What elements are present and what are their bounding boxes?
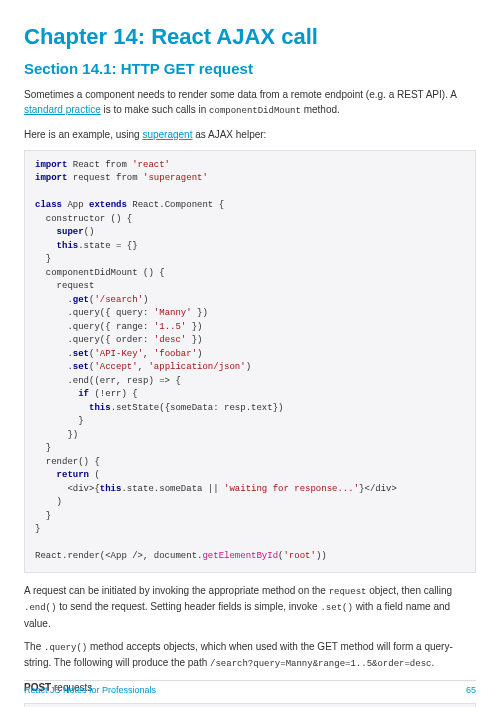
section-title: Section 14.1: HTTP GET request bbox=[24, 60, 476, 77]
text: method. bbox=[301, 104, 340, 115]
paragraph-4: The .query() method accepts objects, whi… bbox=[24, 639, 476, 672]
text: Here is an example, using bbox=[24, 129, 142, 140]
inline-code: .end() bbox=[24, 603, 56, 613]
paragraph-3: A request can be initiated by invoking t… bbox=[24, 583, 476, 631]
inline-code: request bbox=[329, 587, 367, 597]
chapter-title: Chapter 14: React AJAX call bbox=[24, 24, 476, 50]
inline-code: .query() bbox=[44, 643, 87, 653]
text: is to make such calls in bbox=[101, 104, 209, 115]
text: . bbox=[431, 657, 434, 668]
text: object, then calling bbox=[366, 585, 452, 596]
code-block-2: request.post('/user') .set('Content-Type… bbox=[24, 703, 476, 708]
page-number: 65 bbox=[466, 685, 476, 695]
text: The bbox=[24, 641, 44, 652]
paragraph-1: Sometimes a component needs to render so… bbox=[24, 87, 476, 119]
inline-code: componentDidMount bbox=[209, 106, 301, 116]
text: to send the request. Setting header fiel… bbox=[56, 601, 320, 612]
text: as AJAX helper: bbox=[192, 129, 266, 140]
text: A request can be initiated by invoking t… bbox=[24, 585, 329, 596]
text: Sometimes a component needs to render so… bbox=[24, 89, 456, 100]
link-superagent[interactable]: superagent bbox=[142, 129, 192, 140]
inline-code: .set() bbox=[320, 603, 352, 613]
footer-text: React JS Notes for Professionals bbox=[24, 685, 156, 695]
inline-path: /search?query=Manny&range=1..5&order=des… bbox=[210, 659, 431, 669]
code-block-1: import React from 'react' import request… bbox=[24, 150, 476, 573]
page-footer: React JS Notes for Professionals 65 bbox=[24, 680, 476, 695]
link-standard-practice[interactable]: standard practice bbox=[24, 104, 101, 115]
paragraph-2: Here is an example, using superagent as … bbox=[24, 127, 476, 142]
